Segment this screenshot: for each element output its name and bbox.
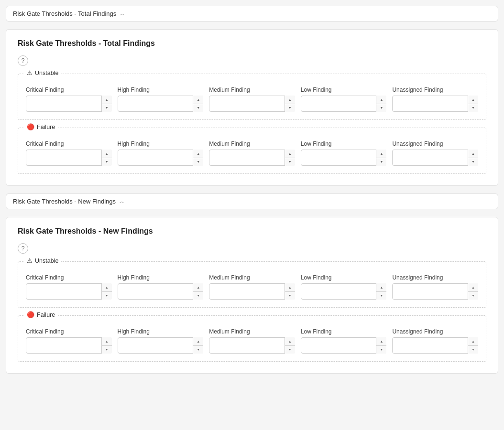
input-wrap-low-unstable-total: ▲▼ <box>301 96 387 112</box>
spin-up-high-failure-total[interactable]: ▲ <box>193 150 203 158</box>
spin-up-low-unstable-new[interactable]: ▲ <box>376 283 386 292</box>
field-group-unassigned-failure-total: Unassigned Finding▲▼ <box>392 140 478 166</box>
help-icon[interactable]: ? <box>18 55 28 66</box>
field-label-medium-unstable-new: Medium Finding <box>209 274 295 281</box>
field-label-medium-failure-new: Medium Finding <box>209 328 295 335</box>
fields-row-failure-total: Critical Finding▲▼High Finding▲▼Medium F… <box>26 140 478 166</box>
field-label-low-unstable-total: Low Finding <box>301 86 387 93</box>
spin-up-unassigned-failure-new[interactable]: ▲ <box>468 337 478 346</box>
input-wrap-unassigned-unstable-new: ▲▼ <box>392 283 478 300</box>
spinner-buttons-critical-unstable-new: ▲▼ <box>101 283 112 300</box>
input-wrap-medium-failure-new: ▲▼ <box>209 337 295 354</box>
field-label-high-unstable-new: High Finding <box>118 274 204 281</box>
group-label-unstable-new: ⚠Unstable <box>24 257 61 264</box>
spin-down-low-unstable-total[interactable]: ▼ <box>376 104 386 112</box>
input-critical-unstable-new[interactable] <box>26 283 112 300</box>
header-total-findings[interactable]: Risk Gate Thresholds - Total Findings︿ <box>6 6 498 22</box>
input-wrap-high-unstable-total: ▲▼ <box>118 96 204 112</box>
spin-down-unassigned-failure-new[interactable]: ▼ <box>468 346 478 354</box>
field-group-unassigned-unstable-new: Unassigned Finding▲▼ <box>392 274 478 300</box>
input-critical-failure-new[interactable] <box>26 337 112 354</box>
input-low-unstable-total[interactable] <box>301 96 387 112</box>
spin-up-medium-unstable-total[interactable]: ▲ <box>285 96 295 104</box>
help-icon[interactable]: ? <box>18 243 28 254</box>
field-group-medium-unstable-total: Medium Finding▲▼ <box>209 86 295 112</box>
input-unassigned-unstable-new[interactable] <box>392 283 478 300</box>
field-label-low-failure-total: Low Finding <box>301 140 387 147</box>
spin-up-low-failure-new[interactable]: ▲ <box>376 337 386 346</box>
spin-down-medium-failure-new[interactable]: ▼ <box>285 346 295 354</box>
input-low-failure-total[interactable] <box>301 150 387 166</box>
spin-down-unassigned-failure-total[interactable]: ▼ <box>468 158 478 166</box>
fields-row-unstable-new: Critical Finding▲▼High Finding▲▼Medium F… <box>26 274 478 300</box>
group-unstable-new: ⚠UnstableCritical Finding▲▼High Finding▲… <box>18 261 486 308</box>
input-wrap-low-failure-total: ▲▼ <box>301 150 387 166</box>
spin-up-unassigned-unstable-new[interactable]: ▲ <box>468 283 478 292</box>
spin-down-high-failure-total[interactable]: ▼ <box>193 158 203 166</box>
input-medium-failure-total[interactable] <box>209 150 295 166</box>
input-unassigned-unstable-total[interactable] <box>392 96 478 112</box>
input-medium-unstable-new[interactable] <box>209 283 295 300</box>
spin-up-unassigned-unstable-total[interactable]: ▲ <box>468 96 478 104</box>
spin-down-medium-failure-total[interactable]: ▼ <box>285 158 295 166</box>
spin-up-critical-failure-total[interactable]: ▲ <box>102 150 112 158</box>
field-label-critical-unstable-new: Critical Finding <box>26 274 112 281</box>
input-high-unstable-total[interactable] <box>118 96 204 112</box>
spin-up-medium-failure-new[interactable]: ▲ <box>285 337 295 346</box>
group-failure-new: 🔴FailureCritical Finding▲▼High Finding▲▼… <box>18 315 486 362</box>
input-low-failure-new[interactable] <box>301 337 387 354</box>
spin-up-critical-unstable-total[interactable]: ▲ <box>102 96 112 104</box>
header-new-findings[interactable]: Risk Gate Thresholds - New Findings︿ <box>6 194 498 209</box>
spin-up-unassigned-failure-total[interactable]: ▲ <box>468 150 478 158</box>
spin-up-critical-unstable-new[interactable]: ▲ <box>102 283 112 292</box>
field-group-medium-unstable-new: Medium Finding▲▼ <box>209 274 295 300</box>
input-medium-failure-new[interactable] <box>209 337 295 354</box>
field-group-low-unstable-total: Low Finding▲▼ <box>301 86 387 112</box>
spin-down-low-failure-new[interactable]: ▼ <box>376 346 386 354</box>
group-label-failure-new: 🔴Failure <box>24 311 58 318</box>
spin-down-high-unstable-total[interactable]: ▼ <box>193 104 203 112</box>
spinner-buttons-medium-unstable-total: ▲▼ <box>285 96 295 112</box>
input-wrap-medium-failure-total: ▲▼ <box>209 150 295 166</box>
spin-down-critical-unstable-new[interactable]: ▼ <box>102 292 112 300</box>
field-group-unassigned-failure-new: Unassigned Finding▲▼ <box>392 328 478 354</box>
field-label-unassigned-unstable-new: Unassigned Finding <box>392 274 478 281</box>
spin-up-high-unstable-new[interactable]: ▲ <box>193 283 203 292</box>
spin-down-unassigned-unstable-total[interactable]: ▼ <box>468 104 478 112</box>
spin-up-high-failure-new[interactable]: ▲ <box>193 337 203 346</box>
group-label-text-failure-new: Failure <box>37 312 55 318</box>
spin-up-medium-failure-total[interactable]: ▲ <box>285 150 295 158</box>
input-wrap-low-failure-new: ▲▼ <box>301 337 387 354</box>
spin-down-critical-failure-new[interactable]: ▼ <box>102 346 112 354</box>
input-high-failure-total[interactable] <box>118 150 204 166</box>
spin-down-critical-unstable-total[interactable]: ▼ <box>102 104 112 112</box>
spinner-buttons-unassigned-unstable-total: ▲▼ <box>468 96 478 112</box>
spin-down-unassigned-unstable-new[interactable]: ▼ <box>468 292 478 300</box>
spin-down-low-failure-total[interactable]: ▼ <box>376 158 386 166</box>
spin-up-high-unstable-total[interactable]: ▲ <box>193 96 203 104</box>
spin-down-medium-unstable-total[interactable]: ▼ <box>285 104 295 112</box>
spin-down-medium-unstable-new[interactable]: ▼ <box>285 292 295 300</box>
spin-up-critical-failure-new[interactable]: ▲ <box>102 337 112 346</box>
input-critical-unstable-total[interactable] <box>26 96 112 112</box>
input-high-failure-new[interactable] <box>118 337 204 354</box>
spin-up-low-unstable-total[interactable]: ▲ <box>376 96 386 104</box>
spin-down-critical-failure-total[interactable]: ▼ <box>102 158 112 166</box>
spin-down-low-unstable-new[interactable]: ▼ <box>376 292 386 300</box>
field-group-high-failure-total: High Finding▲▼ <box>118 140 204 166</box>
input-high-unstable-new[interactable] <box>118 283 204 300</box>
input-critical-failure-total[interactable] <box>26 150 112 166</box>
input-unassigned-failure-new[interactable] <box>392 337 478 354</box>
input-medium-unstable-total[interactable] <box>209 96 295 112</box>
field-group-critical-failure-new: Critical Finding▲▼ <box>26 328 112 354</box>
spin-down-high-unstable-new[interactable]: ▼ <box>193 292 203 300</box>
warning-icon: ⚠ <box>27 257 33 264</box>
input-wrap-unassigned-failure-new: ▲▼ <box>392 337 478 354</box>
input-unassigned-failure-total[interactable] <box>392 150 478 166</box>
spin-down-high-failure-new[interactable]: ▼ <box>193 346 203 354</box>
spin-up-low-failure-total[interactable]: ▲ <box>376 150 386 158</box>
spin-up-medium-unstable-new[interactable]: ▲ <box>285 283 295 292</box>
spinner-buttons-low-failure-new: ▲▼ <box>376 337 386 354</box>
field-group-low-failure-new: Low Finding▲▼ <box>301 328 387 354</box>
input-low-unstable-new[interactable] <box>301 283 387 300</box>
